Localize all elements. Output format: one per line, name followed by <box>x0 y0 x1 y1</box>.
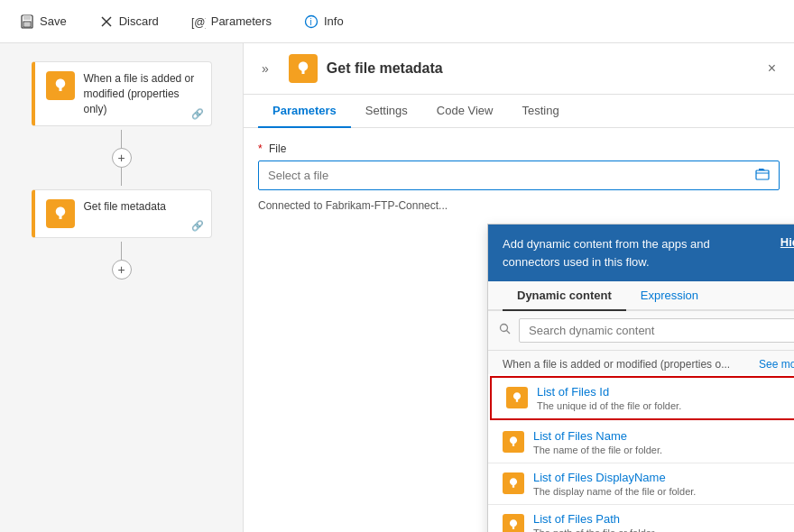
connector-2: + <box>112 238 132 283</box>
panel-header: » Get file metadata × <box>244 43 794 95</box>
connector-line-2 <box>121 168 122 186</box>
parameters-button[interactable]: [@] Parameters <box>186 11 277 32</box>
dynamic-item-icon-1 <box>503 431 524 453</box>
dynamic-tab-content[interactable]: Dynamic content <box>503 281 626 311</box>
panel-tabs: Parameters Settings Code View Testing <box>244 95 794 128</box>
dynamic-item-desc-1: The name of the file or folder. <box>533 445 662 455</box>
panel-close-btn[interactable]: × <box>764 57 780 80</box>
save-icon <box>20 14 34 29</box>
see-more-btn[interactable]: See more <box>759 358 794 371</box>
svg-rect-3 <box>24 23 30 26</box>
action-link-icon: 🔗 <box>191 220 204 232</box>
trigger-card-icon <box>46 71 75 100</box>
canvas: When a file is added or modified (proper… <box>0 43 244 532</box>
dynamic-item-icon-3 <box>503 514 524 532</box>
add-step-btn-2[interactable]: + <box>112 260 132 280</box>
file-field-label: * File <box>258 142 780 155</box>
discard-label: Discard <box>119 14 159 28</box>
panel-title: Get file metadata <box>327 60 755 77</box>
dynamic-item-desc-2: The display name of the file or folder. <box>533 486 696 497</box>
dynamic-item-3[interactable]: List of Files Path The path of the file … <box>488 505 794 532</box>
dynamic-popup-header-text: Add dynamic content from the apps and co… <box>503 235 766 271</box>
dynamic-tabs: Dynamic content Expression <box>488 281 794 311</box>
add-step-btn-1[interactable]: + <box>112 148 132 168</box>
dynamic-item-title-1: List of Files Name <box>533 429 662 443</box>
action-card[interactable]: Get file metadata 🔗 <box>32 189 212 238</box>
tab-codeview[interactable]: Code View <box>422 95 508 128</box>
file-input-row <box>258 161 780 190</box>
parameters-label: Parameters <box>211 14 272 28</box>
svg-rect-1 <box>23 15 31 20</box>
tab-testing[interactable]: Testing <box>507 95 573 128</box>
connector-line-3 <box>121 242 122 260</box>
dynamic-items-list: List of Files Id The unique id of the fi… <box>488 374 794 532</box>
dynamic-search <box>488 311 794 351</box>
file-input[interactable] <box>259 163 746 188</box>
info-button[interactable]: i Info <box>299 11 349 32</box>
dynamic-item-title-3: List of Files Path <box>533 512 657 526</box>
dynamic-item-content-0: List of Files Id The unique id of the fi… <box>537 385 681 411</box>
trigger-card[interactable]: When a file is added or modified (proper… <box>32 61 212 126</box>
connector-line-1 <box>121 130 122 148</box>
required-marker: * <box>258 142 263 155</box>
dynamic-content-popup: Add dynamic content from the apps and co… <box>487 224 794 532</box>
connector-1: + <box>112 126 132 189</box>
dynamic-item-desc-0: The unique id of the file or folder. <box>537 400 681 411</box>
dynamic-popup-hide-btn[interactable]: Hide <box>780 235 794 249</box>
panel-expand-btn[interactable]: » <box>258 58 272 79</box>
tab-settings[interactable]: Settings <box>351 95 422 128</box>
toolbar: Save Discard [@] Parameters i Info <box>0 0 794 43</box>
dynamic-item-1[interactable]: List of Files Name The name of the file … <box>488 422 794 463</box>
parameters-icon: [@] <box>191 14 206 29</box>
dynamic-search-input[interactable] <box>519 318 794 343</box>
trigger-icon <box>52 78 69 94</box>
connected-text: Connected to Fabrikam-FTP-Connect... <box>258 199 780 212</box>
dynamic-item-desc-3: The path of the file or folder. <box>533 527 657 532</box>
discard-button[interactable]: Discard <box>94 11 164 32</box>
search-icon <box>499 323 512 338</box>
discard-icon <box>99 14 114 29</box>
tab-parameters[interactable]: Parameters <box>258 95 351 128</box>
info-icon: i <box>304 14 319 29</box>
dynamic-item-content-3: List of Files Path The path of the file … <box>533 512 657 532</box>
save-label: Save <box>40 14 67 28</box>
trigger-link-icon: 🔗 <box>191 108 204 120</box>
panel-header-icon <box>289 54 318 83</box>
dynamic-item-icon-2 <box>503 472 524 494</box>
dynamic-item-2[interactable]: List of Files DisplayName The display na… <box>488 463 794 505</box>
dynamic-item-content-2: List of Files DisplayName The display na… <box>533 471 696 497</box>
file-browse-icon[interactable] <box>746 161 779 189</box>
dynamic-popup-header: Add dynamic content from the apps and co… <box>488 225 794 281</box>
save-button[interactable]: Save <box>14 11 72 32</box>
svg-line-11 <box>507 331 511 335</box>
svg-text:[@]: [@] <box>191 16 206 29</box>
dynamic-item-0[interactable]: List of Files Id The unique id of the fi… <box>490 376 794 420</box>
action-card-icon <box>46 199 75 228</box>
svg-text:i: i <box>309 17 311 27</box>
trigger-card-text: When a file is added or modified (proper… <box>84 71 200 116</box>
dynamic-item-content-1: List of Files Name The name of the file … <box>533 429 662 455</box>
dynamic-item-icon-0 <box>506 387 528 408</box>
right-panel: » Get file metadata × Parameters Setting… <box>244 43 794 532</box>
panel-icon <box>295 60 311 77</box>
action-card-text: Get file metadata <box>84 199 166 215</box>
dynamic-item-title-0: List of Files Id <box>537 385 681 399</box>
svg-rect-9 <box>756 170 769 179</box>
main-layout: When a file is added or modified (proper… <box>0 43 794 532</box>
svg-point-10 <box>501 325 508 332</box>
dynamic-item-title-2: List of Files DisplayName <box>533 471 696 484</box>
action-icon <box>52 206 69 222</box>
dynamic-section-label: When a file is added or modified (proper… <box>488 351 794 374</box>
dynamic-tab-expression[interactable]: Expression <box>626 281 713 311</box>
info-label: Info <box>324 14 344 28</box>
